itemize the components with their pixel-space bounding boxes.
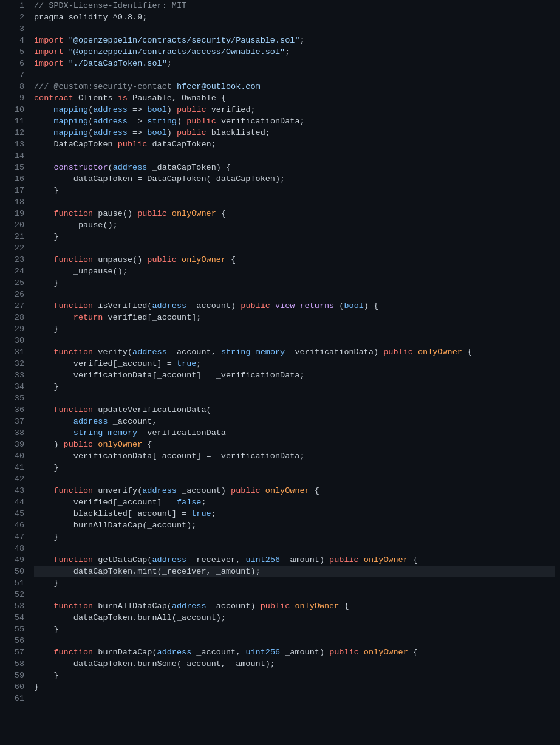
token-keyword2: returns: [300, 301, 335, 311]
token-keyword: import: [34, 36, 64, 45]
token-keyword: import: [34, 59, 64, 68]
token-modifier: onlyOwner: [172, 209, 216, 218]
token-plain: [295, 301, 299, 311]
token-plain: [177, 255, 182, 264]
code-line: /// @custom:security-contact hfccr@outlo…: [34, 81, 555, 92]
code-line: blacklisted[_account] = true;: [34, 508, 555, 520]
code-line: }: [34, 323, 555, 335]
code-line: function isVerified(address _account) pu…: [34, 300, 555, 312]
code-line: constructor(address _dataCapToken) {: [34, 162, 555, 173]
token-plain: [34, 486, 53, 495]
line-number: 4: [5, 35, 24, 46]
token-plain: }: [34, 382, 59, 391]
line-number: 10: [5, 104, 24, 115]
token-keyword: public: [383, 348, 413, 357]
token-plain: [34, 117, 53, 126]
code-line: return verified[_account];: [34, 312, 555, 323]
token-plain: _verificationData: [137, 428, 226, 438]
token-plain: {: [226, 255, 236, 264]
token-bool: true: [191, 509, 211, 518]
line-number: 51: [5, 577, 24, 589]
code-line: pragma solidity ^0.8.9;: [34, 12, 555, 23]
token-comment: // SPDX-License-Identifier: MIT: [34, 1, 186, 10]
code-line: [34, 635, 555, 647]
line-number: 43: [5, 485, 24, 496]
line-number: 40: [5, 450, 24, 462]
token-plain: _account,: [167, 348, 221, 357]
token-keyword: public: [241, 301, 270, 311]
code-line: dataCapToken.mint(_receiver, _amount);: [34, 566, 555, 577]
token-plain: _amount): [280, 648, 329, 657]
code-line: function verify(address _account, string…: [34, 346, 555, 358]
token-plain: ): [167, 128, 177, 137]
code-line: DataCapToken public dataCapToken;: [34, 139, 555, 150]
line-number: 47: [5, 531, 24, 543]
token-plain: getDataCap(: [93, 555, 152, 565]
line-number: 2: [5, 12, 24, 23]
token-plain: }: [34, 682, 39, 692]
token-plain: [103, 428, 108, 438]
token-plain: [34, 648, 53, 657]
code-line: [34, 473, 555, 485]
code-line: }: [34, 577, 555, 589]
line-number: 21: [5, 231, 24, 242]
line-number: 11: [5, 115, 24, 127]
token-keyword2: view: [275, 301, 295, 311]
token-type: mapping: [53, 105, 88, 114]
code-line: }: [34, 277, 555, 289]
token-type: address: [93, 117, 128, 126]
code-line: function burnAllDataCap(address _account…: [34, 600, 555, 612]
code-line: function unpause() public onlyOwner {: [34, 254, 555, 266]
token-plain: dataCapToken.mint(_receiver, _amount);: [34, 567, 261, 576]
line-number: 34: [5, 381, 24, 393]
token-plain: [250, 348, 255, 357]
token-type: string: [221, 348, 251, 357]
token-plain: [34, 313, 73, 322]
code-line: }: [34, 623, 555, 635]
line-number: 14: [5, 150, 24, 162]
token-type: uint256: [245, 555, 280, 565]
token-plain: {: [408, 555, 418, 565]
line-number: 61: [5, 693, 24, 704]
line-number: 37: [5, 416, 24, 427]
line-number: 19: [5, 208, 24, 219]
token-plain: (: [334, 301, 344, 311]
line-number: 45: [5, 508, 24, 520]
token-plain: {: [142, 440, 152, 449]
code-line: mapping(address => bool) public blacklis…: [34, 127, 555, 139]
token-keyword: public: [231, 486, 261, 495]
code-line: verificationData[_account] = _verificati…: [34, 369, 555, 381]
token-plain: blacklisted[_account] =: [34, 509, 191, 518]
line-number: 29: [5, 323, 24, 335]
token-plain: updateVerificationData(: [93, 405, 211, 414]
token-plain: [64, 36, 69, 45]
token-plain: }: [34, 324, 59, 334]
token-type: bool: [147, 128, 166, 137]
line-number: 56: [5, 635, 24, 647]
token-plain: unverify(: [93, 486, 142, 495]
token-plain: unpause(): [93, 255, 147, 264]
token-plain: isVerified(: [93, 301, 152, 311]
line-number: 59: [5, 670, 24, 681]
code-line: [34, 23, 555, 35]
line-number: 44: [5, 496, 24, 508]
token-plain: _amount): [280, 555, 329, 565]
token-plain: pause(): [93, 209, 137, 218]
token-plain: burnAllDataCap(: [93, 602, 172, 611]
line-number: 24: [5, 266, 24, 277]
token-plain: ;: [211, 509, 216, 518]
line-number: 28: [5, 312, 24, 323]
token-plain: }: [34, 532, 59, 541]
token-plain: (: [108, 163, 113, 172]
code-line: dataCapToken.burnAll(_account);: [34, 612, 555, 623]
token-plain: [34, 128, 53, 137]
line-number: 49: [5, 554, 24, 566]
line-number: 60: [5, 681, 24, 693]
token-plain: Pausable, Ownable {: [128, 94, 226, 103]
code-line: [34, 393, 555, 404]
code-line: [34, 335, 555, 346]
line-number: 52: [5, 589, 24, 600]
token-type: address: [142, 486, 177, 495]
line-number: 46: [5, 520, 24, 531]
token-plain: dataCapToken = DataCapToken(_dataCapToke…: [34, 174, 285, 184]
